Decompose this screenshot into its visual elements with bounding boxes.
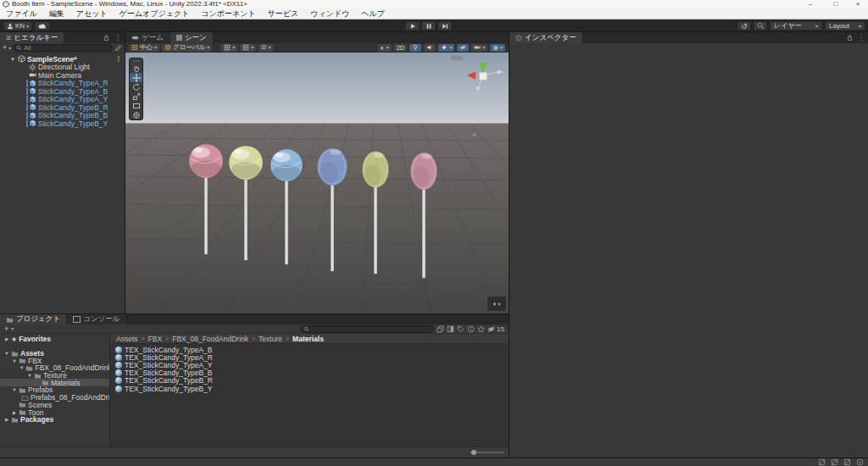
lollipop-group[interactable]: [189, 144, 437, 278]
transform-tool[interactable]: [130, 110, 142, 119]
close-button[interactable]: ×: [849, 0, 866, 8]
scene-visibility-toggle[interactable]: [457, 44, 469, 52]
kebab-menu-icon[interactable]: ⋮: [114, 35, 121, 42]
tab-hierarchy[interactable]: ☰ ヒエラルキー: [0, 32, 64, 43]
project-search-input[interactable]: [300, 325, 434, 333]
tab-game[interactable]: ゲーム: [125, 32, 170, 43]
info-icon[interactable]: [467, 325, 475, 333]
gizmos-dropdown[interactable]: ⊕ ▾: [490, 44, 505, 52]
stickcandy-typea-y[interactable]: [229, 146, 263, 180]
stickcandy-typeb-r[interactable]: [411, 153, 437, 190]
x-axis-cone[interactable]: [467, 72, 476, 80]
hierarchy-item-stickcandy-typeb-y[interactable]: StickCandy_TypeB_Y: [0, 119, 125, 128]
play-button[interactable]: [405, 21, 420, 31]
foldout-arrow-icon[interactable]: ▶: [4, 417, 9, 422]
tree-item-assets[interactable]: ▼ Assets: [0, 350, 109, 358]
camera-preview-toggle[interactable]: ◐ ▾: [487, 296, 507, 312]
thumbnail-size-slider[interactable]: [470, 452, 504, 453]
open-search-window-icon[interactable]: [437, 325, 444, 333]
hierarchy-item-stickcandy-typea-y[interactable]: StickCandy_TypeA_Y: [0, 96, 125, 104]
layers-dropdown[interactable]: レイヤー ▾: [770, 21, 822, 31]
cloud-services-button[interactable]: [35, 21, 50, 31]
search-by-type-icon[interactable]: [447, 325, 454, 333]
create-plus-icon[interactable]: +: [4, 325, 8, 333]
orientation-gizmo[interactable]: [451, 56, 504, 136]
breadcrumb-fbx[interactable]: FBX: [148, 335, 163, 343]
camera-settings-dropdown[interactable]: ▾: [471, 44, 487, 52]
foldout-arrow-icon[interactable]: ▼: [12, 387, 17, 392]
kebab-menu-icon[interactable]: ⋮: [858, 35, 865, 42]
foldout-arrow-icon[interactable]: ▶: [4, 336, 9, 341]
lock-icon[interactable]: [846, 34, 854, 42]
menu-assets[interactable]: アセット: [70, 8, 114, 19]
stickcandy-typeb-y[interactable]: [363, 152, 389, 188]
foldout-arrow-icon[interactable]: ▼: [4, 351, 9, 356]
foldout-arrow-icon[interactable]: ▼: [12, 358, 17, 363]
notifications-muted-icon[interactable]: [818, 458, 826, 466]
scene-effects-dropdown[interactable]: ▾: [438, 44, 454, 52]
hierarchy-item-main-camera[interactable]: Main Camera: [0, 71, 125, 80]
slider-knob[interactable]: [471, 450, 476, 455]
collab-offline-icon[interactable]: [843, 458, 851, 466]
breadcrumb-fbx-08[interactable]: FBX_08_FoodAndDrink: [172, 335, 248, 343]
lock-icon[interactable]: [103, 34, 110, 42]
tab-project[interactable]: プロジェクト: [0, 314, 67, 325]
hierarchy-item-stickcandy-typea-r[interactable]: StickCandy_TypeA_R: [0, 80, 125, 88]
layout-dropdown[interactable]: Layout ▾: [825, 21, 865, 31]
orientation-mode-dropdown[interactable]: グローバル ▾: [162, 44, 212, 52]
stickcandy-typeb-b[interactable]: [318, 148, 348, 186]
hierarchy-item-stickcandy-typea-b[interactable]: StickCandy_TypeA_B: [0, 87, 125, 96]
menu-help[interactable]: ヘルプ: [355, 8, 391, 19]
snap-increment-dropdown[interactable]: ⊟ ▾: [259, 44, 273, 52]
tree-item-prefabs-08-foodanddrink[interactable]: Prefabs_08_FoodAndDrink: [0, 394, 109, 402]
breadcrumb-materials[interactable]: Materials: [292, 335, 324, 343]
menu-component[interactable]: コンポーネント: [195, 8, 261, 19]
menu-gameobject[interactable]: ゲームオブジェクト: [114, 8, 196, 19]
menu-edit[interactable]: 編集: [43, 8, 70, 19]
toggle-2d-button[interactable]: 2D: [394, 44, 408, 52]
tree-item-scenes[interactable]: Scenes: [0, 402, 109, 409]
chevron-down-icon[interactable]: ▾: [8, 46, 11, 51]
tree-item-materials[interactable]: Materials: [0, 379, 109, 386]
tree-item-favorites[interactable]: ▶ ★ Favorites: [0, 336, 109, 343]
foldout-arrow-icon[interactable]: ▼: [10, 57, 16, 62]
foldout-arrow-icon[interactable]: ▼: [27, 373, 32, 378]
tab-inspector[interactable]: インスペクター: [509, 32, 583, 43]
undo-history-button[interactable]: ↺: [737, 21, 751, 31]
edit-filter-icon[interactable]: [114, 44, 122, 52]
scene-root-row[interactable]: ▼ SampleScene* ⋮: [0, 55, 125, 64]
tab-scene[interactable]: シーン: [170, 32, 214, 43]
pause-button[interactable]: [421, 21, 436, 31]
kebab-menu-icon[interactable]: ⋮: [115, 56, 122, 63]
menu-file[interactable]: ファイル: [0, 8, 43, 19]
step-button[interactable]: [437, 21, 452, 31]
hidden-packages-toggle[interactable]: 15: [487, 325, 504, 333]
minimize-button[interactable]: –: [802, 0, 819, 8]
stickcandy-typea-b[interactable]: [270, 149, 303, 181]
scene-audio-toggle[interactable]: [424, 44, 436, 52]
rect-tool[interactable]: [130, 101, 142, 110]
save-search-star-icon[interactable]: [477, 325, 485, 333]
pivot-mode-dropdown[interactable]: 中心 ▾: [129, 44, 159, 52]
hierarchy-item-stickcandy-typeb-b[interactable]: StickCandy_TypeB_B: [0, 112, 125, 120]
account-dropdown[interactable]: KN ▾: [3, 21, 32, 31]
code-optimization-icon[interactable]: [856, 458, 864, 466]
asset-row[interactable]: TEX_StickCandy_TypeB_Y: [110, 385, 509, 392]
cache-server-disconnected-icon[interactable]: [831, 458, 838, 466]
stickcandy-typea-r[interactable]: [189, 144, 223, 178]
chevron-down-icon[interactable]: ▾: [11, 326, 14, 331]
hierarchy-item-stickcandy-typeb-r[interactable]: StickCandy_TypeB_R: [0, 103, 125, 112]
grid-visibility-dropdown[interactable]: ▾: [221, 44, 237, 52]
hierarchy-search-input[interactable]: All: [13, 44, 113, 52]
tree-item-packages[interactable]: ▶ Packages: [0, 416, 109, 424]
scale-tool[interactable]: [130, 92, 142, 101]
tab-console[interactable]: コンソール: [67, 314, 126, 325]
search-by-label-icon[interactable]: [457, 325, 465, 333]
menu-services[interactable]: サービス: [262, 8, 305, 19]
grid-snap-dropdown[interactable]: ▾: [240, 44, 256, 52]
global-search-button[interactable]: [754, 21, 767, 31]
scene-viewport[interactable]: ◐ ▾: [125, 53, 509, 313]
tree-item-toon[interactable]: ▶ Toon: [0, 408, 109, 416]
shading-mode-dropdown[interactable]: ◐ ▾: [378, 44, 392, 52]
foldout-arrow-icon[interactable]: ▼: [19, 365, 24, 370]
